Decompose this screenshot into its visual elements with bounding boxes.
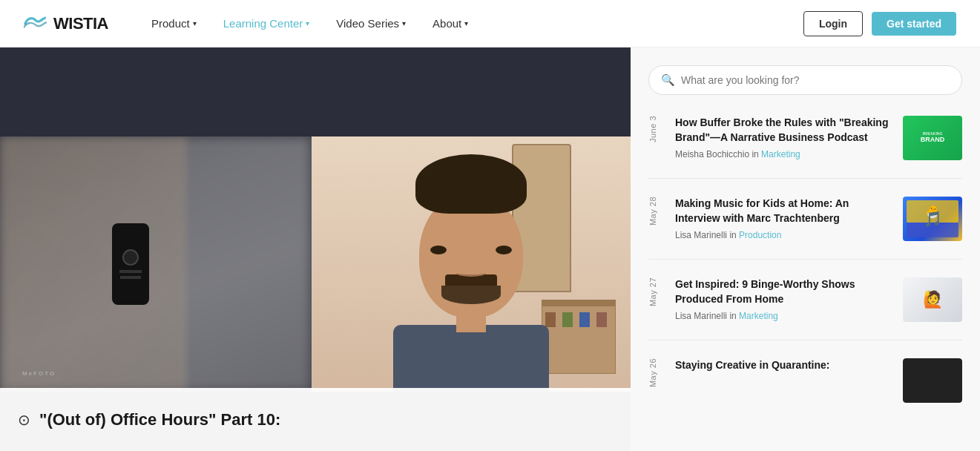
article-title: Get Inspired: 9 Binge-Worthy Shows Produ…	[675, 277, 891, 306]
article-date: May 28	[648, 197, 663, 226]
article-meta-in: in	[729, 230, 739, 240]
article-meta-in: in	[752, 149, 761, 159]
thumbnail-image: 🙋	[903, 277, 962, 322]
article-meta: Lisa Marinelli in Marketing	[675, 311, 891, 321]
search-input[interactable]	[681, 74, 950, 86]
article-thumbnail: 🐣	[903, 197, 962, 241]
article-author: Lisa Marinelli	[675, 311, 727, 321]
article-meta: Lisa Marinelli in Production	[675, 230, 891, 240]
wistia-logo-icon	[24, 16, 47, 32]
nav-product-label: Product	[151, 17, 190, 30]
thumbnail-image: BREAKING BRAND	[903, 116, 962, 160]
article-category-link[interactable]: Marketing	[761, 149, 800, 159]
article-date: May 26	[648, 358, 663, 387]
search-bar[interactable]: 🔍	[648, 65, 962, 95]
article-thumbnail: 🙋	[903, 277, 962, 322]
room-shelf	[542, 300, 616, 374]
sidebar: 🔍 June 3 How Buffer Broke the Rules with…	[631, 47, 980, 451]
header: WISTIA Product ▾ Learning Center ▾ Video…	[0, 0, 980, 47]
article-thumbnail: BREAKING BRAND	[903, 116, 962, 160]
list-item: May 27 Get Inspired: 9 Binge-Worthy Show…	[648, 277, 962, 340]
header-actions: Login Get started	[803, 11, 956, 36]
video-player[interactable]: MeFOTO	[0, 47, 631, 451]
nav-video-series[interactable]: Video Series ▾	[323, 0, 419, 47]
chevron-down-icon: ▾	[193, 19, 197, 27]
video-left-panel: MeFOTO	[0, 136, 312, 392]
nav-learning-center[interactable]: Learning Center ▾	[210, 0, 323, 47]
article-author: Lisa Marinelli	[675, 230, 727, 240]
article-category-link[interactable]: Production	[739, 230, 781, 240]
article-meta: Meisha Bochicchio in Marketing	[675, 149, 891, 159]
article-title: Making Music for Kids at Home: An Interv…	[675, 197, 891, 226]
chevron-down-icon: ▾	[402, 19, 406, 27]
video-split: MeFOTO	[0, 136, 631, 392]
list-item: June 3 How Buffer Broke the Rules with "…	[648, 116, 962, 179]
get-started-button[interactable]: Get started	[872, 12, 956, 36]
article-content: Get Inspired: 9 Binge-Worthy Shows Produ…	[675, 277, 891, 321]
article-meta-in: in	[729, 311, 739, 321]
list-item: May 26 Staying Creative in Quarantine:	[648, 358, 962, 421]
article-content: How Buffer Broke the Rules with "Breakin…	[675, 116, 891, 159]
logo-text: WISTIA	[53, 14, 108, 33]
article-author: Meisha Bochicchio	[675, 149, 749, 159]
article-title: How Buffer Broke the Rules with "Breakin…	[675, 116, 891, 145]
logo[interactable]: WISTIA	[24, 14, 108, 33]
video-section: MeFOTO	[0, 47, 631, 451]
search-icon: 🔍	[661, 73, 675, 87]
nav-product[interactable]: Product ▾	[138, 0, 210, 47]
nav-learning-center-label: Learning Center	[223, 17, 303, 30]
list-item: May 28 Making Music for Kids at Home: An…	[648, 197, 962, 260]
article-title: Staying Creative in Quarantine:	[675, 358, 891, 373]
article-content: Making Music for Kids at Home: An Interv…	[675, 197, 891, 240]
article-content: Staying Creative in Quarantine:	[675, 358, 891, 378]
main-nav: Product ▾ Learning Center ▾ Video Series…	[138, 0, 803, 47]
main-content: MeFOTO	[0, 47, 980, 451]
thumbnail-image: 🐣	[903, 197, 962, 241]
play-icon: ⊙	[18, 411, 30, 429]
login-button[interactable]: Login	[803, 11, 863, 36]
video-right-panel	[312, 136, 631, 392]
chevron-down-icon: ▾	[306, 19, 309, 27]
video-caption-bar: ⊙ "(Out of) Office Hours" Part 10:	[0, 388, 631, 451]
article-date: June 3	[648, 116, 663, 142]
nav-about-label: About	[433, 17, 461, 30]
chevron-down-icon: ▾	[464, 19, 468, 27]
video-top-bar	[0, 47, 631, 136]
article-thumbnail	[903, 358, 962, 403]
article-category-link[interactable]: Marketing	[739, 311, 778, 321]
nav-video-series-label: Video Series	[336, 17, 399, 30]
article-date: May 27	[648, 277, 663, 306]
nav-about[interactable]: About ▾	[419, 0, 481, 47]
video-caption-text: "(Out of) Office Hours" Part 10:	[39, 410, 280, 429]
